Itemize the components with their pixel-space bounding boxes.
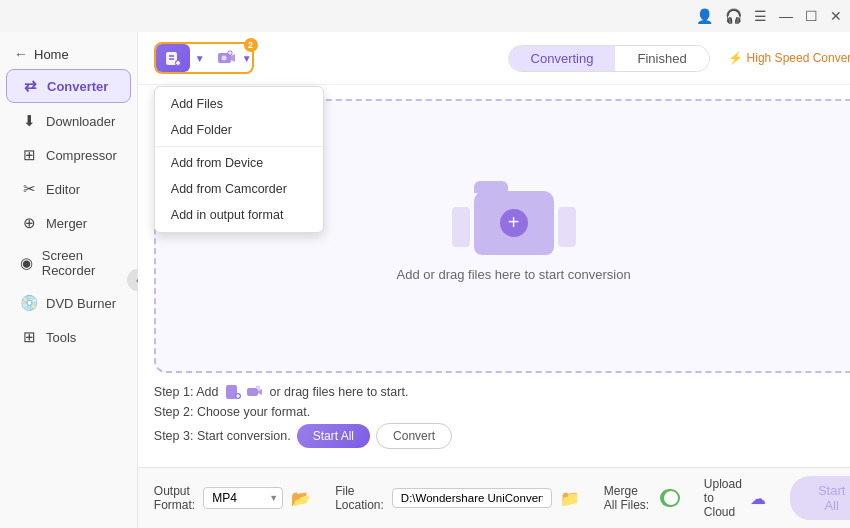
step-1-row: Step 1: Add <box>154 383 850 401</box>
folder-side-right <box>558 207 576 247</box>
sidebar: ← Home ⇄ Converter ⬇ Downloader ⊞ Compre… <box>0 32 138 528</box>
output-format-select[interactable]: MP4 <box>203 487 283 509</box>
sidebar-item-compressor[interactable]: ⊞ Compressor <box>6 139 131 171</box>
dvd-burner-icon: 💿 <box>20 294 38 312</box>
add-badge: 2 <box>244 38 258 52</box>
converter-icon: ⇄ <box>21 77 39 95</box>
step1-cam-icon <box>245 383 263 401</box>
drop-zone-text: Add or drag files here to start conversi… <box>397 267 631 282</box>
merge-all-files-label: Merge All Files: <box>604 484 652 512</box>
file-location-folder-icon[interactable]: 📁 <box>560 489 580 508</box>
lightning-icon: ⚡ <box>728 51 743 65</box>
tab-finished[interactable]: Finished <box>615 46 708 71</box>
add-files-button[interactable] <box>156 44 190 72</box>
sidebar-item-editor[interactable]: ✂ Editor <box>6 173 131 205</box>
svg-marker-7 <box>231 54 235 62</box>
minimize-button[interactable]: — <box>779 8 793 24</box>
upload-to-cloud-label: Upload to Cloud <box>704 477 742 519</box>
dropdown-add-from-camcorder[interactable]: Add from Camcorder <box>155 176 323 202</box>
svg-rect-16 <box>247 388 258 396</box>
high-speed-conversion[interactable]: ⚡ High Speed Conversion <box>728 51 850 65</box>
home-label: Home <box>34 47 69 62</box>
high-speed-label: High Speed Conversion <box>747 51 850 65</box>
folder-bg: + <box>474 191 554 255</box>
merger-icon: ⊕ <box>20 214 38 232</box>
dropdown-add-from-device[interactable]: Add from Device <box>155 150 323 176</box>
folder-illustration: + <box>474 191 554 255</box>
menu-icon[interactable]: ☰ <box>754 8 767 24</box>
sidebar-item-merger[interactable]: ⊕ Merger <box>6 207 131 239</box>
window-controls: 👤 🎧 ☰ — ☐ ✕ <box>696 8 842 24</box>
dropdown-add-folder[interactable]: Add Folder <box>155 117 323 143</box>
dropdown-add-files[interactable]: Add Files <box>155 91 323 117</box>
file-location-input[interactable]: D:\Wondershare UniConverter 1 <box>392 488 552 508</box>
add-files-dropdown-arrow[interactable]: ▼ <box>190 48 210 69</box>
sidebar-item-converter[interactable]: ⇄ Converter <box>6 69 131 103</box>
add-files-btn-group: 2 ▼ <box>154 42 254 74</box>
step-2-row: Step 2: Choose your format. <box>154 405 850 419</box>
merge-all-files-toggle[interactable] <box>660 489 680 507</box>
screen-recorder-icon: ◉ <box>20 254 34 272</box>
output-format-select-wrap: MP4 ▼ <box>203 487 283 509</box>
camera-icon <box>216 48 236 68</box>
sidebar-item-merger-label: Merger <box>46 216 87 231</box>
steps-section: Step 1: Add <box>154 383 850 459</box>
svg-point-8 <box>221 56 226 61</box>
sidebar-item-screen-recorder[interactable]: ◉ Screen Recorder <box>6 241 131 285</box>
sidebar-item-editor-label: Editor <box>46 182 80 197</box>
convert-step-button[interactable]: Convert <box>376 423 452 449</box>
output-format-label: Output Format: <box>154 484 195 512</box>
compressor-icon: ⊞ <box>20 146 38 164</box>
tab-converting[interactable]: Converting <box>509 46 616 71</box>
add-file-step-icon <box>224 383 263 401</box>
dropdown-divider <box>155 146 323 147</box>
step3-text: Step 3: Start conversion. <box>154 429 291 443</box>
sidebar-home[interactable]: ← Home <box>0 40 137 68</box>
folder-plus-icon: + <box>500 209 528 237</box>
upload-to-cloud-field: Upload to Cloud ☁ <box>704 477 766 519</box>
file-location-field: File Location: D:\Wondershare UniConvert… <box>335 484 580 512</box>
close-button[interactable]: ✕ <box>830 8 842 24</box>
editor-icon: ✂ <box>20 180 38 198</box>
sidebar-item-converter-label: Converter <box>47 79 108 94</box>
sidebar-item-dvd-burner-label: DVD Burner <box>46 296 116 311</box>
camera-dropdown-arrow[interactable]: ▼ <box>242 53 252 64</box>
sidebar-item-compressor-label: Compressor <box>46 148 117 163</box>
step1-file-icon <box>224 383 242 401</box>
step-3-row: Step 3: Start conversion. Start All Conv… <box>154 423 850 449</box>
output-format-folder-icon[interactable]: 📂 <box>291 489 311 508</box>
maximize-button[interactable]: ☐ <box>805 8 818 24</box>
step2-text: Step 2: Choose your format. <box>154 405 310 419</box>
start-all-step-button[interactable]: Start All <box>297 424 370 448</box>
converting-tabs: Converting Finished <box>508 45 710 72</box>
title-bar: 👤 🎧 ☰ — ☐ ✕ <box>0 0 850 32</box>
add-files-group: 2 ▼ <box>154 42 254 74</box>
folder-side-left <box>452 207 470 247</box>
dropdown-add-output-format[interactable]: Add in output format <box>155 202 323 228</box>
sidebar-item-screen-recorder-label: Screen Recorder <box>42 248 117 278</box>
sidebar-item-downloader[interactable]: ⬇ Downloader <box>6 105 131 137</box>
sidebar-item-downloader-label: Downloader <box>46 114 115 129</box>
cloud-icon[interactable]: ☁ <box>750 489 766 508</box>
add-camera-button[interactable] <box>210 44 242 72</box>
sidebar-item-dvd-burner[interactable]: 💿 DVD Burner <box>6 287 131 319</box>
output-format-field: Output Format: MP4 ▼ 📂 <box>154 484 311 512</box>
sidebar-item-tools[interactable]: ⊞ Tools <box>6 321 131 353</box>
step1-suffix: or drag files here to start. <box>269 385 408 399</box>
main-header: 2 ▼ <box>138 32 850 85</box>
main-content: 2 ▼ <box>138 32 850 528</box>
merge-all-files-field: Merge All Files: <box>604 484 680 512</box>
step1-text: Step 1: Add <box>154 385 219 399</box>
headset-icon[interactable]: 🎧 <box>725 8 742 24</box>
bottom-right: Start All <box>790 476 850 520</box>
downloader-icon: ⬇ <box>20 112 38 130</box>
tools-icon: ⊞ <box>20 328 38 346</box>
start-all-bottom-button[interactable]: Start All <box>790 476 850 520</box>
back-arrow-icon: ← <box>14 46 28 62</box>
add-file-icon <box>164 49 182 67</box>
add-files-dropdown-menu: Add Files Add Folder Add from Device Add… <box>154 86 324 233</box>
bottom-bar: Output Format: MP4 ▼ 📂 File Location: D:… <box>138 467 850 528</box>
user-icon[interactable]: 👤 <box>696 8 713 24</box>
sidebar-item-tools-label: Tools <box>46 330 76 345</box>
app-body: ← Home ⇄ Converter ⬇ Downloader ⊞ Compre… <box>0 32 850 528</box>
